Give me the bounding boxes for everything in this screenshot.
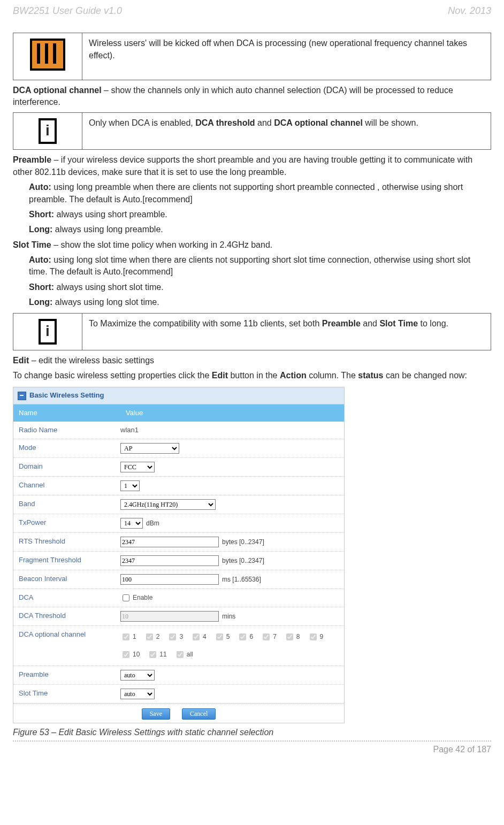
- dca-enable-checkbox[interactable]: [123, 594, 129, 601]
- info-note-1: i Only when DCA is enabled, DCA threshol…: [13, 112, 491, 150]
- dca-threshold-input[interactable]: [120, 611, 219, 622]
- slot-para: Slot Time – show the slot time policy wh…: [13, 239, 491, 251]
- row-slot-time: Slot Timeauto: [13, 685, 344, 704]
- panel-title-bar: Basic Wireless Setting: [13, 387, 344, 404]
- figure-caption: Figure 53 – Edit Basic Wireless Settings…: [13, 727, 491, 738]
- term-edit: Edit: [13, 356, 29, 365]
- preamble-long: Long: always using long preamble.: [29, 224, 491, 235]
- domain-select[interactable]: FCC: [120, 462, 155, 472]
- dca-optional-channels: 1234567891011all: [120, 630, 339, 662]
- dca-channel-6: 6: [237, 632, 253, 642]
- row-mode: ModeAP: [13, 439, 344, 458]
- row-rts: RTS Thresholdbytes [0..2347]: [13, 533, 344, 552]
- row-fragment: Fragment Thresholdbytes [0..2347]: [13, 552, 344, 570]
- row-band: Band2.4GHz(11ng HT20): [13, 495, 344, 514]
- dca-channel-checkbox-7[interactable]: [263, 633, 270, 640]
- cancel-button[interactable]: Cancel: [182, 708, 216, 720]
- term-preamble: Preamble: [13, 155, 51, 164]
- preamble-select[interactable]: auto: [120, 670, 155, 681]
- slot-long: Long: always using long slot time.: [29, 296, 491, 308]
- mode-select[interactable]: AP: [120, 443, 179, 454]
- row-domain: DomainFCC: [13, 458, 344, 477]
- doc-date: Nov. 2013: [448, 4, 491, 18]
- dca-channel-checkbox-4[interactable]: [193, 633, 200, 640]
- info-note-2: i To Maximize the compatibility with som…: [13, 313, 491, 350]
- rts-input[interactable]: [120, 537, 219, 547]
- dca-channel-checkbox-8[interactable]: [286, 633, 293, 640]
- dca-channel-checkbox-1[interactable]: [123, 633, 129, 640]
- dca-channel-checkbox-9[interactable]: [310, 633, 317, 640]
- dca-channel-9: 9: [308, 632, 324, 642]
- doc-title: BW2251 User Guide v1.0: [13, 4, 122, 18]
- dca-channel-2: 2: [144, 632, 160, 642]
- page-footer: Page 42 of 187: [13, 744, 491, 755]
- warning-text: Wireless users' will be kicked off when …: [82, 33, 491, 80]
- preamble-auto: Auto: using long preamble when there are…: [29, 181, 491, 205]
- fragment-input[interactable]: [120, 555, 219, 566]
- button-row: Save Cancel: [13, 704, 344, 723]
- dca-channel-checkbox-all[interactable]: [177, 651, 184, 658]
- dca-channel-checkbox-10[interactable]: [123, 651, 129, 658]
- dca-channel-5: 5: [214, 632, 230, 642]
- preamble-para: Preamble – if your wireless device suppo…: [13, 154, 491, 178]
- warning-note: Wireless users' will be kicked off when …: [13, 33, 491, 80]
- dca-channel-11: 11: [147, 650, 166, 660]
- dca-channel-10: 10: [120, 650, 140, 660]
- save-button[interactable]: Save: [142, 708, 170, 720]
- beacon-input[interactable]: [120, 574, 219, 585]
- dca-channel-all: all: [174, 650, 193, 660]
- dca-channel-checkbox-6[interactable]: [239, 633, 246, 640]
- channel-select[interactable]: 1: [120, 480, 140, 491]
- band-select[interactable]: 2.4GHz(11ng HT20): [120, 499, 216, 510]
- term-slot: Slot Time: [13, 240, 51, 249]
- txpower-select[interactable]: 14: [120, 518, 143, 529]
- row-dca-threshold: DCA Thresholdmins: [13, 607, 344, 626]
- row-dca: DCAEnable: [13, 589, 344, 607]
- row-dca-optional: DCA optional channel1234567891011all: [13, 626, 344, 666]
- dca-channel-checkbox-5[interactable]: [216, 633, 223, 640]
- row-preamble: Preambleauto: [13, 666, 344, 685]
- dca-optional-para: DCA optional channel – show the channels…: [13, 85, 491, 109]
- panel-column-header: NameValue: [13, 404, 344, 422]
- row-txpower: TxPower14dBm: [13, 514, 344, 533]
- slot-time-select[interactable]: auto: [120, 689, 155, 699]
- change-para: To change basic wireless setting propert…: [13, 370, 491, 381]
- dca-channel-checkbox-11[interactable]: [149, 651, 156, 658]
- dca-channel-4: 4: [190, 632, 207, 642]
- slot-short: Short: always using short slot time.: [29, 281, 491, 293]
- dca-channel-7: 7: [261, 632, 277, 642]
- row-radio-name: Radio Namewlan1: [13, 422, 344, 439]
- slot-auto: Auto: using long slot time when there ar…: [29, 254, 491, 278]
- dca-channel-8: 8: [284, 632, 300, 642]
- info-text-1: Only when DCA is enabled, DCA threshold …: [82, 113, 491, 150]
- info-text-2: To Maximize the compatibility with some …: [82, 313, 491, 350]
- row-channel: Channel1: [13, 477, 344, 495]
- page-divider: [13, 740, 491, 742]
- panel-icon: [18, 392, 26, 400]
- warning-icon: [30, 39, 65, 71]
- term-dca-optional: DCA optional channel: [13, 86, 102, 95]
- info-icon: i: [39, 319, 57, 345]
- basic-wireless-setting-panel: Basic Wireless Setting NameValue Radio N…: [13, 387, 345, 723]
- page-header: BW2251 User Guide v1.0 Nov. 2013: [13, 4, 491, 18]
- dca-channel-3: 3: [167, 632, 183, 642]
- dca-channel-checkbox-2[interactable]: [146, 633, 153, 640]
- edit-para: Edit – edit the wireless basic settings: [13, 355, 491, 366]
- dca-channel-1: 1: [120, 632, 136, 642]
- row-beacon: Beacon Intervalms [1..65536]: [13, 570, 344, 589]
- preamble-short: Short: always using short preamble.: [29, 209, 491, 220]
- dca-channel-checkbox-3[interactable]: [169, 633, 176, 640]
- info-icon: i: [39, 118, 57, 144]
